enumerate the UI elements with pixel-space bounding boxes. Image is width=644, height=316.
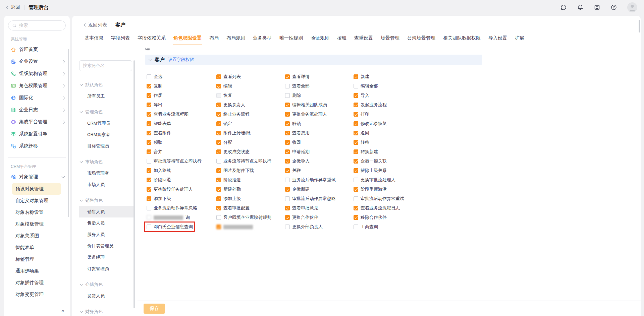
checkbox[interactable] (285, 121, 290, 126)
checkbox[interactable] (354, 140, 358, 145)
checkbox[interactable] (354, 178, 358, 182)
checkbox[interactable] (285, 178, 290, 182)
tab-唯一性规则[interactable]: 唯一性规则 (279, 32, 303, 45)
checkbox[interactable] (354, 225, 358, 229)
chat-icon[interactable] (560, 4, 567, 11)
bell-icon[interactable] (577, 4, 584, 11)
role-group-header[interactable]: 财务角色 (79, 306, 133, 316)
set-field-permission-link[interactable]: 设置字段权限 (168, 57, 194, 63)
checkbox[interactable] (354, 149, 358, 154)
role-search-input[interactable]: 搜索角色名 (79, 60, 132, 71)
checkbox[interactable] (147, 140, 151, 145)
checkbox[interactable] (285, 187, 290, 192)
checkbox[interactable] (216, 225, 221, 229)
checkbox[interactable] (285, 196, 290, 201)
chevron-down-icon[interactable] (149, 58, 152, 61)
role-group-header[interactable]: 销售角色 (79, 195, 133, 206)
role-item-目标管理员[interactable]: 目标管理员 (79, 140, 133, 152)
role-item-订货管理员[interactable]: 订货管理员 (79, 263, 133, 274)
checkbox[interactable] (216, 84, 221, 88)
checkbox[interactable] (354, 84, 358, 88)
tab-公海场景管理[interactable]: 公海场景管理 (407, 32, 436, 45)
sidebar-item-角色权限管理[interactable]: 角色权限管理 (4, 80, 70, 92)
checkbox[interactable] (147, 159, 151, 164)
role-item-CRM观察者[interactable]: CRM观察者 (79, 129, 133, 140)
role-item-发货人员[interactable]: 发货人员 (79, 290, 133, 302)
sidebar-item-国际化[interactable]: 国际化 (4, 92, 70, 104)
checkbox[interactable] (216, 168, 221, 173)
role-item-CRM管理员[interactable]: CRM管理员 (79, 118, 133, 129)
role-item-市场管理者[interactable]: 市场管理者 (79, 168, 133, 179)
sidebar-subitem-对象模板管理[interactable]: 对象模板管理 (4, 218, 70, 230)
tab-字段列表[interactable]: 字段列表 (111, 32, 130, 45)
checkbox[interactable] (216, 140, 221, 145)
role-group-header[interactable]: 市场角色 (79, 156, 133, 168)
role-panel-scrollbar[interactable] (133, 60, 135, 308)
checkbox[interactable] (354, 121, 358, 126)
sidebar-search-input[interactable]: 搜索 (8, 20, 66, 30)
checkbox[interactable] (147, 225, 151, 229)
checkbox[interactable] (216, 196, 221, 201)
back-to-list-button[interactable]: 返回列表 (84, 22, 107, 28)
avatar[interactable] (627, 2, 637, 12)
checkbox[interactable] (354, 112, 358, 117)
checkbox[interactable] (216, 93, 221, 98)
role-item-销售人员[interactable]: 销售人员 (79, 206, 133, 217)
sidebar-item-系统迁移[interactable]: 系统迁移 (4, 140, 70, 152)
checkbox[interactable] (216, 206, 221, 210)
checkbox[interactable] (354, 74, 358, 79)
checkbox[interactable] (216, 187, 221, 192)
tab-角色权限设置[interactable]: 角色权限设置 (173, 32, 202, 45)
checkbox[interactable] (216, 74, 221, 79)
checkbox[interactable] (285, 84, 290, 88)
checkbox[interactable] (354, 187, 358, 192)
checkbox[interactable] (216, 159, 221, 164)
sidebar-item-企业日志[interactable]: 企业日志 (4, 104, 70, 116)
role-group-header[interactable]: 仓储角色 (79, 279, 133, 290)
main-scrollbar[interactable] (639, 20, 640, 33)
sidebar-subitem-对象插件管理[interactable]: 对象插件管理 (4, 277, 70, 289)
checkbox[interactable] (147, 121, 151, 126)
checkbox[interactable] (354, 131, 358, 135)
sidebar-item-系统配置引导[interactable]: 系统配置引导 (4, 128, 70, 140)
sidebar-item-组织架构管理[interactable]: 组织架构管理 (4, 68, 70, 80)
checkbox[interactable] (147, 103, 151, 107)
checkbox[interactable] (147, 178, 151, 182)
checkbox[interactable] (147, 131, 151, 135)
role-item-市场人员[interactable]: 市场人员 (79, 179, 133, 190)
sidebar-collapse-button[interactable]: « (61, 308, 64, 314)
checkbox[interactable] (216, 112, 221, 117)
tab-查重设置[interactable]: 查重设置 (354, 32, 373, 45)
checkbox[interactable] (285, 159, 290, 164)
checkbox[interactable] (147, 112, 151, 117)
checkbox[interactable] (147, 93, 151, 98)
tab-场景管理[interactable]: 场景管理 (380, 32, 400, 45)
checkbox[interactable] (147, 187, 151, 192)
sidebar-subitem-对象关系图[interactable]: 对象关系图 (4, 230, 70, 242)
checkbox[interactable] (285, 140, 290, 145)
checkbox[interactable] (285, 74, 290, 79)
tab-布局[interactable]: 布局 (209, 32, 219, 45)
checkbox[interactable] (216, 178, 221, 182)
checkbox[interactable] (216, 103, 221, 107)
role-item-价目表管理员[interactable]: 价目表管理员 (79, 240, 133, 252)
checkbox[interactable] (147, 74, 151, 79)
checkbox[interactable] (354, 103, 358, 107)
checkbox[interactable] (354, 196, 358, 201)
role-item-渠道经理[interactable]: 渠道经理 (79, 252, 133, 263)
sidebar-item-管理首页[interactable]: 管理首页 (4, 44, 70, 56)
role-group-header[interactable]: 默认角色 (79, 79, 133, 90)
checkbox[interactable] (285, 215, 290, 220)
sidebar-subitem-标签管理[interactable]: 标签管理 (4, 253, 70, 265)
save-button[interactable]: 保存 (144, 304, 165, 314)
checkbox[interactable] (285, 149, 290, 154)
tab-扩展[interactable]: 扩展 (515, 32, 525, 45)
checkbox[interactable] (216, 149, 221, 154)
checkbox[interactable] (147, 206, 151, 210)
sidebar-item-集成平台管理[interactable]: 集成平台管理 (4, 116, 70, 128)
sidebar-subitem-自定义对象管理[interactable]: 自定义对象管理 (4, 195, 70, 206)
tab-相关团队数据权限[interactable]: 相关团队数据权限 (443, 32, 481, 45)
collapse-panels-icon[interactable] (145, 47, 150, 52)
checkbox[interactable] (285, 225, 290, 229)
sidebar-subitem-对象变更管理[interactable]: 对象变更管理 (4, 289, 70, 300)
